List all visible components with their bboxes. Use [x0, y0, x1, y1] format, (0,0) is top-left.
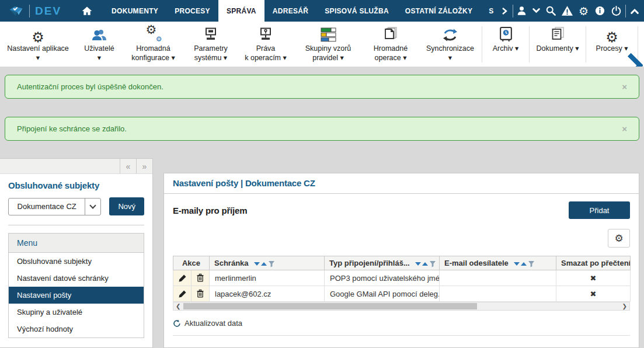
column-header-akce: Akce [173, 256, 210, 270]
menu-item-obsluhovane-subjekty[interactable]: Obsluhované subjekty [9, 253, 144, 270]
nav-tab-sprava[interactable]: SPRÁVA [218, 0, 264, 22]
success-alert-mailbox: Připojení ke schránce se zdařilo. × [5, 117, 639, 141]
search-icon [545, 5, 556, 16]
edit-button[interactable] [173, 286, 192, 301]
toolbar-item-archiv[interactable]: Archiv ▾ [482, 25, 529, 53]
scroll-left-arrow-icon[interactable]: ❮ [176, 303, 180, 309]
page-title: Nastavení pošty | Dokumentace CZ [164, 173, 639, 194]
toolbar-item-label: Práva [238, 44, 294, 53]
email-table: Akce Schránka Typ připojení/přihláš... [173, 256, 631, 302]
refresh-icon [173, 319, 181, 328]
collapse-left-button[interactable]: « [120, 159, 136, 173]
toolbar-item-hromadne-operace[interactable]: Hromadné operace ▾ [363, 25, 419, 62]
refresh-data-link[interactable]: Aktualizovat data [173, 319, 630, 328]
content-divider [173, 335, 630, 336]
toolbar-item-hromadna-konfigurace[interactable]: ⚙⚙ Hromadná konfigurace ▾ [123, 25, 184, 62]
toolbar-item-nastaveni-aplikace[interactable]: ⚙ Nastavení aplikace ▾ [0, 25, 76, 62]
user-menu-caret-button[interactable] [531, 0, 542, 22]
logout-button[interactable] [609, 0, 624, 22]
environment-label: DEV [35, 5, 61, 18]
column-header-smazat-po-precteni[interactable]: Smazat po přečtení [556, 256, 631, 270]
toolbar-item-parametry-systemu[interactable]: Parametry systému ▾ [184, 25, 238, 62]
toolbar-item-caret: ▾ [76, 53, 123, 62]
toolbar-item-adresar[interactable]: ⚙⚙ Adresář ▾ [638, 25, 644, 53]
toolbar-item-label: Uživatelé [76, 44, 123, 53]
nav-overflow-button[interactable] [496, 0, 513, 22]
expand-right-button[interactable]: » [136, 159, 152, 173]
sort-asc-icon[interactable] [521, 262, 527, 266]
search-button[interactable] [544, 0, 559, 22]
top-navigation-bar: DEV DOKUMENTY PROCESY SPRÁVA ADRESÁŘ SPI… [0, 0, 644, 22]
close-icon[interactable]: × [622, 82, 627, 92]
new-subject-button[interactable]: Nový [109, 197, 144, 215]
toolbar-item-label: systému ▾ [184, 53, 238, 62]
toolbar-item-dokumenty[interactable]: Dokumenty ▾ [530, 25, 586, 53]
toolbar-item-label: pravidel ▾ [294, 53, 363, 62]
cell-schranka: merlinmerlin [210, 270, 325, 286]
sort-desc-icon[interactable] [514, 262, 520, 266]
cell-email-odesilatele [440, 270, 556, 286]
column-header-email-odesilatele[interactable]: E-mail odesílatele [440, 256, 556, 270]
scroll-right-arrow-icon[interactable]: ❯ [622, 303, 627, 309]
edit-button[interactable] [173, 270, 192, 286]
toolbar-item-uzivatele[interactable]: Uživatelé ▾ [76, 25, 123, 62]
delete-after-read-flag: ✖ [556, 270, 631, 286]
user-menu-button[interactable] [514, 0, 530, 22]
sort-asc-icon[interactable] [261, 262, 267, 266]
column-header-typ-pripojeni[interactable]: Typ připojení/přihláš... [325, 256, 440, 270]
table-settings-button[interactable]: ⚙ [608, 229, 630, 248]
info-icon [594, 5, 605, 16]
archive-safe-icon [499, 26, 513, 42]
menu-item-vychozi-hodnoty[interactable]: Výchozí hodnoty [9, 321, 144, 337]
nav-divider [625, 5, 626, 18]
nav-tab-procesy[interactable]: PROCESY [166, 0, 218, 22]
nav-tab-truncated[interactable]: S [481, 0, 496, 22]
collapse-toolbar-button[interactable] [627, 0, 642, 22]
filter-icon[interactable] [429, 260, 436, 267]
user-icon [516, 5, 527, 16]
settings-button[interactable]: ⚙ [576, 0, 591, 22]
gear-icon: ⚙ [579, 5, 589, 18]
documents-icon [550, 26, 566, 42]
power-icon [611, 5, 622, 16]
nav-tab-spisova-sluzba[interactable]: SPISOVÁ SLUŽBA [316, 0, 397, 22]
toolbar-item-procesy[interactable]: ⚙ Procesy ▾ [586, 25, 638, 53]
info-button[interactable] [593, 0, 608, 22]
warnings-button[interactable] [560, 0, 575, 22]
nav-overflow-chevron-icon [501, 7, 508, 15]
cell-typ-pripojeni: Google GMail API pomocí deleg... [325, 286, 440, 302]
filter-icon[interactable] [268, 260, 275, 267]
toolbar-item-synchronizace[interactable]: Synchronizace ▾ [419, 25, 482, 62]
pencil-icon [178, 290, 187, 298]
subject-select[interactable]: Dokumentace CZ [8, 198, 101, 215]
sort-asc-icon[interactable] [422, 262, 428, 266]
toolbar-item-prava-k-operacim[interactable]: Práva k operacím ▾ [238, 25, 294, 62]
brand-divider [29, 5, 30, 18]
column-header-schranka[interactable]: Schránka [210, 256, 325, 270]
delete-button[interactable] [192, 286, 209, 301]
nav-tab-ostatni-zalozky[interactable]: OSTATNÍ ZÁLOŽKY [397, 0, 481, 22]
home-button[interactable] [68, 0, 103, 22]
main-panel: Nastavení pošty | Dokumentace CZ E-maily… [163, 173, 639, 348]
toolbar-scroll-right-button[interactable] [626, 52, 643, 67]
nav-tab-dokumenty[interactable]: DOKUMENTY [103, 0, 166, 22]
select-caret-button[interactable] [85, 199, 100, 215]
add-email-button[interactable]: Přidat [569, 201, 630, 219]
toolbar-item-label: Nastavení aplikace [0, 44, 76, 53]
menu-item-skupiny-a-uzivatele[interactable]: Skupiny a uživatelé [9, 304, 144, 321]
close-icon[interactable]: × [622, 124, 627, 134]
toolbar-item-skupiny-vzoru-pravidel[interactable]: Skupiny vzorů pravidel ▾ [294, 25, 363, 62]
filter-icon[interactable] [528, 260, 535, 267]
menu-title: Menu [9, 234, 144, 253]
sort-desc-icon[interactable] [254, 262, 260, 266]
sort-desc-icon[interactable] [415, 262, 421, 266]
admin-toolbar: ⚙ Nastavení aplikace ▾ Uživatelé ▾ ⚙⚙ Hr… [0, 22, 644, 67]
gear-icon: ⚙ [605, 33, 618, 42]
sort-filter-controls [514, 260, 535, 267]
menu-item-nastaveni-datove-schranky[interactable]: Nastavení datové schránky [9, 270, 144, 287]
nav-tab-adresar[interactable]: ADRESÁŘ [264, 0, 316, 22]
horizontal-scrollbar[interactable]: ❮ ❯ [173, 302, 630, 311]
delete-button[interactable] [192, 270, 209, 286]
scrollbar-thumb[interactable] [183, 303, 477, 309]
menu-item-nastaveni-posty[interactable]: Nastavení pošty [9, 287, 144, 304]
